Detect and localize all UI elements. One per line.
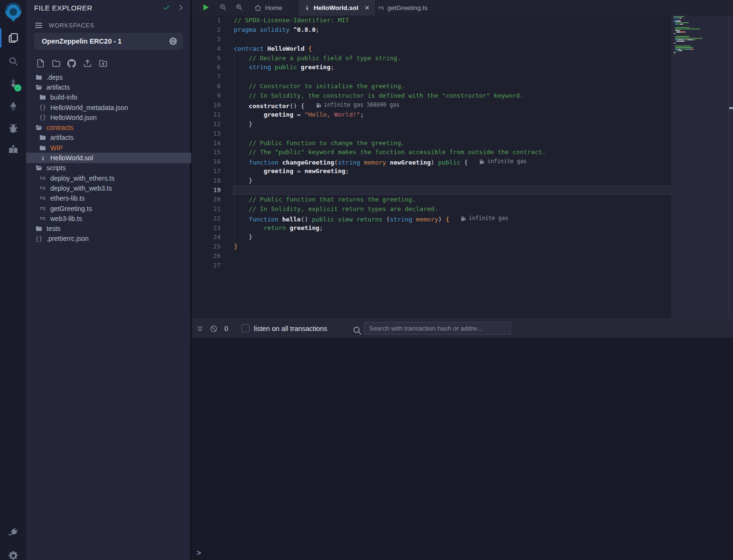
activity-item-plugin-manager[interactable] bbox=[0, 522, 26, 543]
code-token: ; bbox=[360, 111, 364, 118]
upload-file-button[interactable] bbox=[81, 58, 93, 69]
code-token: greeting bbox=[264, 111, 294, 118]
line-number: 18 bbox=[192, 176, 221, 185]
workspaces-menu-icon[interactable] bbox=[34, 21, 43, 30]
tree-item-label: artifacts bbox=[46, 83, 70, 91]
tree-item-deploy_with_ethers.ts[interactable]: TSdeploy_with_ethers.ts bbox=[26, 173, 191, 183]
tree-item-.deps[interactable]: .deps bbox=[26, 72, 191, 82]
home-icon bbox=[254, 4, 262, 12]
code-token bbox=[360, 159, 364, 166]
solidity-file-icon bbox=[304, 5, 310, 11]
workspace-select[interactable]: OpenZeppelin ERC20 - 1 bbox=[34, 33, 183, 50]
upload-folder-button[interactable] bbox=[97, 58, 109, 69]
line-number: 15 bbox=[192, 147, 221, 157]
listen-transactions-checkbox[interactable] bbox=[241, 324, 250, 332]
zoom-in-icon bbox=[235, 3, 243, 11]
new-folder-button[interactable] bbox=[50, 58, 62, 69]
activity-item-debugger[interactable] bbox=[0, 118, 26, 139]
tab-close-icon[interactable]: ✕ bbox=[364, 4, 370, 11]
code-token: // Constructor to initialize the greetin… bbox=[249, 83, 405, 90]
tree-item-artifacts[interactable]: artifacts bbox=[26, 133, 191, 143]
code-token: } bbox=[234, 233, 252, 240]
json-icon: {} bbox=[38, 114, 47, 121]
code-token bbox=[412, 216, 416, 223]
activity-item-settings[interactable] bbox=[0, 545, 26, 560]
tree-item-getGreeting.ts[interactable]: TSgetGreeting.ts bbox=[26, 203, 191, 213]
tree-item-artifacts[interactable]: artifacts bbox=[26, 82, 191, 92]
terminal-clear-ban-icon[interactable] bbox=[210, 325, 218, 333]
code-token: public bbox=[312, 216, 334, 223]
tab-Home[interactable]: Home bbox=[248, 0, 288, 16]
file-explorer-toolbar bbox=[34, 58, 109, 69]
code-line: // Constructor to initialize the greetin… bbox=[234, 82, 670, 91]
tree-item-HelloWorld.json[interactable]: {}HelloWorld.json bbox=[26, 112, 191, 122]
code-line bbox=[234, 261, 670, 270]
tree-item-WIP[interactable]: WIP bbox=[26, 143, 191, 153]
activity-item-solidity-compiler[interactable] bbox=[0, 73, 26, 94]
code-token: // In Solidity, the constructor is defin… bbox=[249, 92, 523, 99]
code-token bbox=[271, 64, 275, 71]
terminal-bar: 0 listen on all transactions bbox=[192, 319, 733, 338]
code-line: // Public function to change the greetin… bbox=[234, 138, 670, 148]
tab-getGreeting.ts[interactable]: TSgetGreeting.ts bbox=[372, 0, 433, 16]
folder-open-icon bbox=[34, 124, 44, 131]
zoom-out-button[interactable] bbox=[219, 3, 227, 11]
fuel-pump-icon bbox=[461, 216, 466, 221]
remix-logo-icon[interactable] bbox=[2, 1, 24, 23]
scrollbar-thumb[interactable] bbox=[729, 107, 733, 109]
ts-icon: TS bbox=[38, 216, 47, 221]
transaction-search-input[interactable] bbox=[364, 322, 511, 335]
line-number: 9 bbox=[192, 91, 221, 101]
activity-item-deploy-and-run[interactable] bbox=[0, 96, 26, 117]
tree-item-HelloWorld_metadata.json[interactable]: {}HelloWorld_metadata.json bbox=[26, 102, 191, 112]
tree-item-deploy_with_web3.ts[interactable]: TSdeploy_with_web3.ts bbox=[26, 183, 191, 193]
tree-item-contracts[interactable]: contracts bbox=[26, 122, 191, 132]
run-script-button[interactable] bbox=[201, 3, 210, 12]
code-token: // Declare a public field of type string… bbox=[249, 55, 401, 62]
tree-item-label: artifacts bbox=[50, 134, 74, 141]
panel-collapse-chevron-icon[interactable] bbox=[177, 4, 185, 11]
json-icon: {} bbox=[38, 104, 47, 111]
new-file-button[interactable] bbox=[34, 58, 46, 69]
clone-git-repository-button[interactable] bbox=[65, 58, 78, 69]
workspace-sort-icon[interactable] bbox=[168, 37, 178, 46]
line-number: 8 bbox=[192, 82, 221, 91]
editor-right-column bbox=[671, 16, 733, 319]
new-file-icon bbox=[36, 58, 46, 68]
code-line bbox=[234, 185, 670, 195]
code-lines: // SPDX-License-Identifier: MITpragma so… bbox=[234, 16, 670, 270]
code-line: greeting = newGreeting; bbox=[234, 166, 670, 176]
tree-item-.prettierrc.json[interactable]: {}.prettierrc.json bbox=[26, 234, 191, 244]
code-token: () bbox=[301, 216, 312, 223]
tree-item-ethers-lib.ts[interactable]: TSethers-lib.ts bbox=[26, 193, 191, 203]
tree-item-web3-lib.ts[interactable]: TSweb3-lib.ts bbox=[26, 213, 191, 223]
tree-item-build-info[interactable]: build-info bbox=[26, 92, 191, 102]
activity-item-file-explorer[interactable] bbox=[0, 28, 26, 48]
tree-item-HelloWorld.sol[interactable]: HelloWorld.sol bbox=[26, 153, 191, 163]
tree-item-label: contracts bbox=[46, 124, 74, 131]
code-editor[interactable]: 1234567891011121314151617181920212223242… bbox=[192, 16, 733, 319]
terminal-collapse-icon[interactable] bbox=[196, 325, 204, 333]
terminal-output-area[interactable]: > bbox=[192, 338, 733, 560]
minimap[interactable] bbox=[674, 16, 714, 59]
line-number: 10 bbox=[192, 101, 221, 110]
terminal-prompt[interactable]: > bbox=[197, 549, 201, 557]
line-number: 23 bbox=[192, 223, 221, 233]
line-number: 6 bbox=[192, 63, 221, 72]
gas-estimate-text: infinite gas bbox=[487, 157, 527, 166]
code-token: constructor bbox=[249, 102, 289, 110]
zoom-in-button[interactable] bbox=[235, 3, 243, 11]
tree-item-tests[interactable]: tests bbox=[26, 223, 191, 233]
tree-item-scripts[interactable]: scripts bbox=[26, 163, 191, 173]
code-token: = bbox=[293, 111, 304, 118]
tab-HelloWorld.sol[interactable]: HelloWorld.sol✕ bbox=[298, 0, 376, 16]
activity-item-solidity-unit-testing[interactable] bbox=[0, 139, 26, 160]
code-token: { bbox=[460, 159, 468, 166]
code-line: // In Solidity, the constructor is defin… bbox=[234, 91, 670, 101]
terminal-search-icon bbox=[352, 325, 363, 336]
activity-item-search[interactable] bbox=[0, 51, 26, 72]
code-token: // Public function to change the greetin… bbox=[249, 139, 405, 147]
tab-label: HelloWorld.sol bbox=[314, 4, 358, 11]
line-number: 5 bbox=[192, 54, 221, 63]
code-token: string bbox=[338, 159, 360, 166]
